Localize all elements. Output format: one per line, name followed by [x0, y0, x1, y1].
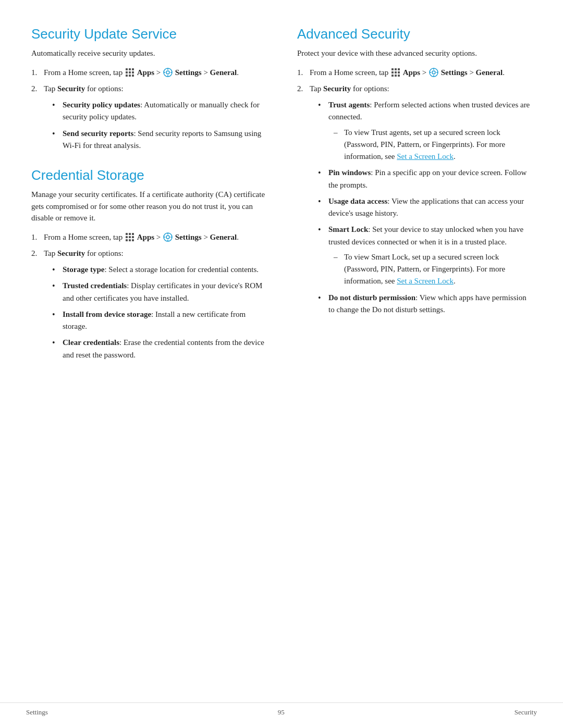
svg-rect-37 [395, 75, 397, 77]
svg-rect-34 [395, 71, 397, 73]
step-a1-text: From a Home screen, tap [310, 68, 505, 77]
step-num-a1: 1. [297, 67, 303, 79]
bullet-storage-type: Storage type: Select a storage location … [52, 264, 266, 276]
step-num-c2: 2. [31, 248, 37, 260]
step-1-advanced: 1. From a Home screen, tap [297, 67, 532, 79]
step-num-1: 1. [31, 67, 37, 79]
svg-rect-0 [126, 68, 128, 70]
trust-agents-sub: To view Trust agents, set up a secured s… [334, 127, 532, 163]
advanced-steps: 1. From a Home screen, tap [297, 67, 532, 316]
section-title-security-update: Security Update Service [31, 26, 266, 42]
svg-rect-35 [398, 71, 400, 73]
svg-rect-3 [126, 71, 128, 73]
smart-lock-sub: To view Smart Lock, set up a secured scr… [334, 251, 532, 288]
step-2-advanced: 2. Tap Security for options: Trust agent… [297, 83, 532, 316]
general-label-1: General [210, 68, 237, 77]
credential-steps: 1. From a Home screen, tap [31, 231, 266, 361]
svg-rect-7 [129, 75, 131, 77]
step-2-text: Tap Security for options: [44, 84, 124, 93]
apps-icon-c1 [125, 232, 134, 242]
bullet-install-device: Install from device storage: Install a n… [52, 309, 266, 333]
credential-bullets: Storage type: Select a storage location … [52, 264, 266, 361]
sub-trust-agents: To view Trust agents, set up a secured s… [334, 127, 532, 163]
svg-rect-16 [129, 233, 131, 235]
bullet-security-policy: Security policy updates: Automatically o… [52, 99, 266, 124]
step-c2-text: Tap Security for options: [44, 249, 124, 257]
right-column: Advanced Security Protect your device wi… [292, 21, 537, 382]
page-content: Security Update Service Automatically re… [0, 0, 563, 424]
svg-rect-2 [132, 68, 134, 70]
footer: Settings 95 Security [0, 702, 563, 717]
bullet-send-security: Send security reports: Send security rep… [52, 128, 266, 152]
svg-rect-32 [398, 68, 400, 70]
settings-icon-c1 [163, 232, 173, 242]
svg-rect-18 [126, 236, 128, 238]
step-num-2: 2. [31, 83, 37, 95]
step-2-security-update: 2. Tap Security for options: Security po… [31, 83, 266, 152]
bullet-clear-credentials: Clear credentials: Erase the credential … [52, 337, 266, 361]
svg-rect-15 [126, 233, 128, 235]
svg-point-10 [166, 71, 169, 74]
section-title-credential: Credential Storage [31, 167, 266, 183]
security-update-steps: 1. From a Home screen, tap [31, 67, 266, 152]
sub-smart-lock: To view Smart Lock, set up a secured scr… [334, 251, 532, 288]
set-screen-lock-link-2[interactable]: Set a Screen Lock [397, 277, 454, 285]
svg-rect-8 [132, 75, 134, 77]
apps-icon-1 [125, 68, 134, 77]
svg-rect-23 [132, 239, 134, 241]
credential-storage-section: Credential Storage Manage your security … [31, 167, 266, 361]
security-update-service-section: Security Update Service Automatically re… [31, 26, 266, 152]
svg-rect-1 [129, 68, 131, 70]
svg-rect-5 [132, 71, 134, 73]
step-1-text: From a Home screen, tap [44, 68, 239, 77]
section-intro-credential: Manage your security certificates. If a … [31, 189, 266, 224]
svg-point-25 [166, 236, 169, 239]
svg-point-40 [432, 71, 435, 74]
svg-rect-17 [132, 233, 134, 235]
bullet-trusted-credentials: Trusted credentials: Display certificate… [52, 280, 266, 304]
advanced-bullets: Trust agents: Perform selected actions w… [318, 99, 532, 316]
step-a2-text: Tap Security for options: [310, 84, 389, 93]
svg-rect-21 [126, 239, 128, 241]
bullet-pin-windows: Pin windows: Pin a specific app on your … [318, 167, 532, 191]
footer-center: 95 [278, 708, 285, 717]
step-1-security-update: 1. From a Home screen, tap [31, 67, 266, 79]
settings-label-1: Settings [175, 68, 202, 77]
step-c1-text: From a Home screen, tap [44, 233, 239, 241]
settings-icon-1 [163, 68, 173, 77]
section-intro-advanced: Protect your device with these advanced … [297, 47, 532, 59]
bullet-trust-agents: Trust agents: Perform selected actions w… [318, 99, 532, 163]
bullet-smart-lock: Smart Lock: Set your device to stay unlo… [318, 224, 532, 287]
security-update-bullets: Security policy updates: Automatically o… [52, 99, 266, 152]
step-num-c1: 1. [31, 231, 37, 243]
svg-rect-4 [129, 71, 131, 73]
svg-rect-22 [129, 239, 131, 241]
svg-rect-33 [391, 71, 394, 73]
section-title-advanced: Advanced Security [297, 26, 532, 42]
footer-left: Settings [26, 708, 48, 717]
svg-rect-30 [391, 68, 394, 70]
svg-rect-38 [398, 75, 400, 77]
svg-rect-20 [132, 236, 134, 238]
svg-rect-31 [395, 68, 397, 70]
step-1-credential: 1. From a Home screen, tap [31, 231, 266, 243]
svg-rect-6 [126, 75, 128, 77]
left-column: Security Update Service Automatically re… [26, 21, 271, 382]
step-2-credential: 2. Tap Security for options: Storage typ… [31, 248, 266, 361]
step-num-a2: 2. [297, 83, 303, 95]
section-intro-security-update: Automatically receive security updates. [31, 47, 266, 59]
apps-label-1: Apps [137, 68, 154, 77]
svg-rect-36 [391, 75, 394, 77]
svg-rect-19 [129, 236, 131, 238]
settings-icon-a1 [429, 68, 438, 77]
advanced-security-section: Advanced Security Protect your device wi… [297, 26, 532, 316]
set-screen-lock-link-1[interactable]: Set a Screen Lock [397, 152, 454, 161]
footer-right: Security [515, 708, 537, 717]
bullet-do-not-disturb: Do not disturb permission: View which ap… [318, 292, 532, 316]
apps-icon-a1 [391, 68, 400, 77]
bullet-usage-data: Usage data access: View the applications… [318, 195, 532, 220]
